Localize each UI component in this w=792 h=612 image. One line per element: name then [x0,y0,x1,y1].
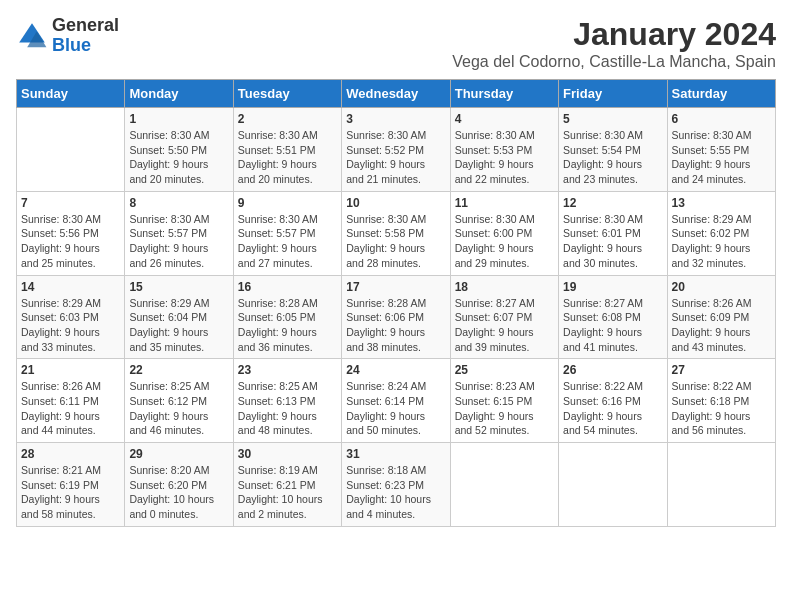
day-number: 14 [21,280,120,294]
sunrise-line: Sunrise: 8:27 AM [563,296,662,311]
calendar-cell: 4Sunrise: 8:30 AMSunset: 5:53 PMDaylight… [450,108,558,192]
day-info: Sunrise: 8:21 AMSunset: 6:19 PMDaylight:… [21,463,120,522]
sunrise-line: Sunrise: 8:23 AM [455,379,554,394]
header: General Blue January 2024 Vega del Codor… [16,16,776,71]
subtitle: Vega del Codorno, Castille-La Mancha, Sp… [452,53,776,71]
day-info: Sunrise: 8:30 AMSunset: 5:56 PMDaylight:… [21,212,120,271]
daylight-line1: Daylight: 9 hours [672,241,771,256]
day-number: 26 [563,363,662,377]
day-number: 20 [672,280,771,294]
weekday-header-saturday: Saturday [667,80,775,108]
daylight-line2: and 25 minutes. [21,256,120,271]
day-info: Sunrise: 8:30 AMSunset: 6:00 PMDaylight:… [455,212,554,271]
logo: General Blue [16,16,119,56]
calendar-cell: 30Sunrise: 8:19 AMSunset: 6:21 PMDayligh… [233,443,341,527]
calendar-cell: 31Sunrise: 8:18 AMSunset: 6:23 PMDayligh… [342,443,450,527]
day-info: Sunrise: 8:30 AMSunset: 6:01 PMDaylight:… [563,212,662,271]
sunset-line: Sunset: 5:54 PM [563,143,662,158]
day-number: 17 [346,280,445,294]
day-number: 12 [563,196,662,210]
day-info: Sunrise: 8:22 AMSunset: 6:16 PMDaylight:… [563,379,662,438]
day-info: Sunrise: 8:30 AMSunset: 5:55 PMDaylight:… [672,128,771,187]
calendar-week-row: 28Sunrise: 8:21 AMSunset: 6:19 PMDayligh… [17,443,776,527]
day-info: Sunrise: 8:30 AMSunset: 5:58 PMDaylight:… [346,212,445,271]
weekday-header-row: SundayMondayTuesdayWednesdayThursdayFrid… [17,80,776,108]
day-number: 24 [346,363,445,377]
day-info: Sunrise: 8:30 AMSunset: 5:52 PMDaylight:… [346,128,445,187]
calendar-cell: 23Sunrise: 8:25 AMSunset: 6:13 PMDayligh… [233,359,341,443]
logo-text-line1: General [52,16,119,36]
daylight-line2: and 56 minutes. [672,423,771,438]
sunset-line: Sunset: 6:09 PM [672,310,771,325]
sunrise-line: Sunrise: 8:22 AM [672,379,771,394]
calendar-cell: 21Sunrise: 8:26 AMSunset: 6:11 PMDayligh… [17,359,125,443]
daylight-line2: and 58 minutes. [21,507,120,522]
daylight-line1: Daylight: 9 hours [346,241,445,256]
calendar-cell: 15Sunrise: 8:29 AMSunset: 6:04 PMDayligh… [125,275,233,359]
day-number: 8 [129,196,228,210]
day-number: 22 [129,363,228,377]
daylight-line2: and 29 minutes. [455,256,554,271]
day-info: Sunrise: 8:20 AMSunset: 6:20 PMDaylight:… [129,463,228,522]
sunrise-line: Sunrise: 8:28 AM [346,296,445,311]
daylight-line1: Daylight: 9 hours [346,325,445,340]
day-number: 23 [238,363,337,377]
calendar-cell: 20Sunrise: 8:26 AMSunset: 6:09 PMDayligh… [667,275,775,359]
weekday-header-monday: Monday [125,80,233,108]
sunrise-line: Sunrise: 8:24 AM [346,379,445,394]
daylight-line2: and 50 minutes. [346,423,445,438]
daylight-line2: and 38 minutes. [346,340,445,355]
daylight-line1: Daylight: 10 hours [346,492,445,507]
daylight-line2: and 54 minutes. [563,423,662,438]
calendar-cell: 3Sunrise: 8:30 AMSunset: 5:52 PMDaylight… [342,108,450,192]
day-info: Sunrise: 8:28 AMSunset: 6:06 PMDaylight:… [346,296,445,355]
sunset-line: Sunset: 5:57 PM [129,226,228,241]
daylight-line1: Daylight: 9 hours [455,157,554,172]
sunset-line: Sunset: 6:18 PM [672,394,771,409]
daylight-line2: and 48 minutes. [238,423,337,438]
sunrise-line: Sunrise: 8:30 AM [238,212,337,227]
calendar-cell: 28Sunrise: 8:21 AMSunset: 6:19 PMDayligh… [17,443,125,527]
daylight-line1: Daylight: 9 hours [129,241,228,256]
day-info: Sunrise: 8:30 AMSunset: 5:54 PMDaylight:… [563,128,662,187]
day-info: Sunrise: 8:29 AMSunset: 6:02 PMDaylight:… [672,212,771,271]
daylight-line1: Daylight: 9 hours [21,409,120,424]
sunset-line: Sunset: 6:08 PM [563,310,662,325]
sunrise-line: Sunrise: 8:30 AM [346,212,445,227]
daylight-line2: and 2 minutes. [238,507,337,522]
sunrise-line: Sunrise: 8:30 AM [455,212,554,227]
day-info: Sunrise: 8:29 AMSunset: 6:04 PMDaylight:… [129,296,228,355]
sunrise-line: Sunrise: 8:30 AM [346,128,445,143]
day-number: 11 [455,196,554,210]
sunset-line: Sunset: 5:55 PM [672,143,771,158]
daylight-line2: and 26 minutes. [129,256,228,271]
day-info: Sunrise: 8:19 AMSunset: 6:21 PMDaylight:… [238,463,337,522]
day-number: 5 [563,112,662,126]
daylight-line2: and 20 minutes. [238,172,337,187]
sunset-line: Sunset: 6:14 PM [346,394,445,409]
daylight-line2: and 30 minutes. [563,256,662,271]
sunrise-line: Sunrise: 8:28 AM [238,296,337,311]
daylight-line2: and 32 minutes. [672,256,771,271]
day-number: 30 [238,447,337,461]
calendar-cell: 26Sunrise: 8:22 AMSunset: 6:16 PMDayligh… [559,359,667,443]
calendar-cell: 10Sunrise: 8:30 AMSunset: 5:58 PMDayligh… [342,191,450,275]
day-info: Sunrise: 8:26 AMSunset: 6:11 PMDaylight:… [21,379,120,438]
daylight-line2: and 20 minutes. [129,172,228,187]
day-number: 1 [129,112,228,126]
daylight-line2: and 52 minutes. [455,423,554,438]
day-number: 25 [455,363,554,377]
day-info: Sunrise: 8:27 AMSunset: 6:08 PMDaylight:… [563,296,662,355]
calendar-cell: 6Sunrise: 8:30 AMSunset: 5:55 PMDaylight… [667,108,775,192]
calendar-cell: 13Sunrise: 8:29 AMSunset: 6:02 PMDayligh… [667,191,775,275]
sunrise-line: Sunrise: 8:19 AM [238,463,337,478]
day-info: Sunrise: 8:22 AMSunset: 6:18 PMDaylight:… [672,379,771,438]
daylight-line2: and 35 minutes. [129,340,228,355]
sunrise-line: Sunrise: 8:30 AM [129,212,228,227]
calendar-week-row: 7Sunrise: 8:30 AMSunset: 5:56 PMDaylight… [17,191,776,275]
calendar-cell: 7Sunrise: 8:30 AMSunset: 5:56 PMDaylight… [17,191,125,275]
calendar-cell: 19Sunrise: 8:27 AMSunset: 6:08 PMDayligh… [559,275,667,359]
daylight-line1: Daylight: 9 hours [238,325,337,340]
day-info: Sunrise: 8:18 AMSunset: 6:23 PMDaylight:… [346,463,445,522]
sunset-line: Sunset: 6:05 PM [238,310,337,325]
